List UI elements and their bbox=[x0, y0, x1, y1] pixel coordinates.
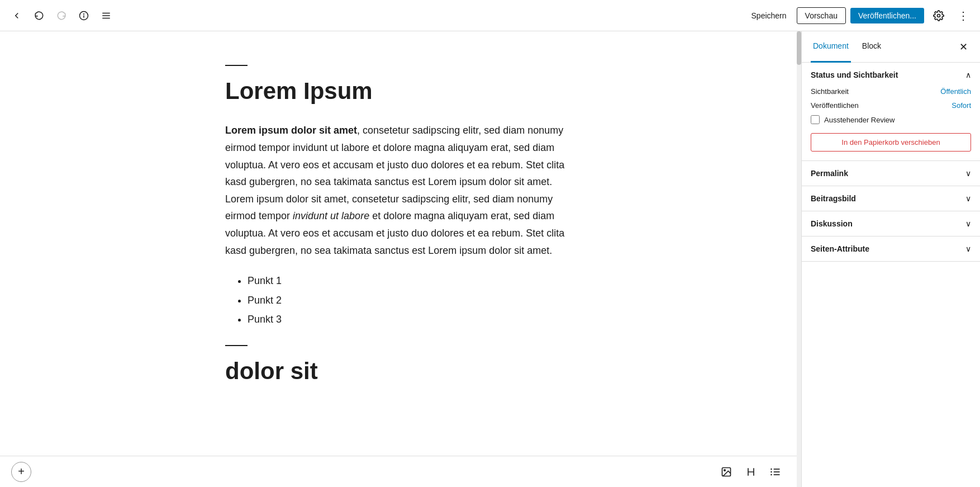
toolbar: Speichern Vorschau Veröffentlichen... ⋮ bbox=[0, 0, 980, 31]
section-status-header[interactable]: Status und Sichtbarkeit ∧ bbox=[802, 63, 980, 87]
section-status-body: Sichtbarkeit Öffentlich Veröffentlichen … bbox=[802, 87, 980, 160]
section-seiten-attribute: Seiten-Attribute ∨ bbox=[802, 237, 980, 262]
section-seiten-attribute-title: Seiten-Attribute bbox=[811, 244, 869, 253]
pending-review-row: Ausstehender Review bbox=[811, 115, 971, 124]
section-diskussion: Diskussion ∨ bbox=[802, 211, 980, 237]
toolbar-right: Speichern Vorschau Veröffentlichen... ⋮ bbox=[746, 6, 973, 26]
section-permalink-title: Permalink bbox=[811, 169, 848, 178]
svg-point-6 bbox=[938, 14, 940, 17]
undo-button[interactable] bbox=[29, 6, 49, 26]
editor-content: Lorem Ipsum Lorem ipsum dolor sit amet, … bbox=[203, 65, 594, 385]
preview-button[interactable]: Vorschau bbox=[797, 7, 846, 24]
section-seiten-attribute-header[interactable]: Seiten-Attribute ∨ bbox=[802, 237, 980, 261]
add-block-button[interactable]: + bbox=[11, 462, 31, 482]
chevron-up-icon: ∧ bbox=[965, 70, 971, 79]
chevron-down-icon-4: ∨ bbox=[965, 244, 971, 253]
section-permalink: Permalink ∨ bbox=[802, 161, 980, 186]
list-block-button[interactable] bbox=[765, 462, 786, 482]
tab-block[interactable]: Block bbox=[860, 31, 883, 63]
back-button[interactable] bbox=[7, 6, 27, 26]
svg-point-8 bbox=[724, 469, 726, 471]
scroll-gutter[interactable] bbox=[797, 31, 801, 487]
save-button[interactable]: Speichern bbox=[746, 8, 792, 23]
section-diskussion-header[interactable]: Diskussion ∨ bbox=[802, 211, 980, 236]
post-list[interactable]: Punkt 1 Punkt 2 Punkt 3 bbox=[248, 272, 572, 328]
sidebar-tabs: Dokument Block ✕ bbox=[802, 31, 980, 63]
pending-review-label: Ausstehender Review bbox=[824, 116, 895, 124]
heading-block-button[interactable] bbox=[741, 462, 761, 482]
post-title[interactable]: Lorem Ipsum bbox=[225, 77, 572, 105]
bottom-bar: + bbox=[0, 456, 797, 487]
publish-button[interactable]: Veröffentlichen... bbox=[850, 8, 924, 23]
sidebar-close-button[interactable]: ✕ bbox=[955, 39, 971, 55]
settings-button[interactable] bbox=[929, 6, 949, 26]
section-diskussion-title: Diskussion bbox=[811, 219, 853, 228]
scroll-thumb bbox=[797, 31, 801, 65]
toolbar-left bbox=[7, 6, 744, 26]
section-beitragsbild-title: Beitragsbild bbox=[811, 194, 856, 203]
info-button[interactable] bbox=[74, 6, 94, 26]
sidebar: Dokument Block ✕ Status und Sichtbarkeit… bbox=[801, 31, 980, 487]
list-item[interactable]: Punkt 3 bbox=[248, 311, 572, 328]
section-status: Status und Sichtbarkeit ∧ Sichtbarkeit Ö… bbox=[802, 63, 980, 161]
veroeffentlichen-value[interactable]: Sofort bbox=[952, 101, 971, 110]
editor-area[interactable]: Lorem Ipsum Lorem ipsum dolor sit amet, … bbox=[0, 31, 797, 456]
separator-2 bbox=[225, 345, 248, 346]
list-view-button[interactable] bbox=[96, 6, 116, 26]
section-permalink-header[interactable]: Permalink ∨ bbox=[802, 161, 980, 186]
chevron-down-icon: ∨ bbox=[965, 169, 971, 178]
sichtbarkeit-row: Sichtbarkeit Öffentlich bbox=[811, 87, 971, 96]
pending-review-checkbox[interactable] bbox=[811, 115, 820, 124]
sichtbarkeit-label: Sichtbarkeit bbox=[811, 87, 849, 96]
list-item[interactable]: Punkt 2 bbox=[248, 292, 572, 309]
section-beitragsbild-header[interactable]: Beitragsbild ∨ bbox=[802, 186, 980, 211]
section-beitragsbild: Beitragsbild ∨ bbox=[802, 186, 980, 211]
editor-wrapper: Lorem Ipsum Lorem ipsum dolor sit amet, … bbox=[0, 31, 797, 487]
main-area: Lorem Ipsum Lorem ipsum dolor sit amet, … bbox=[0, 31, 980, 487]
redo-button[interactable] bbox=[51, 6, 72, 26]
image-block-button[interactable] bbox=[716, 462, 736, 482]
more-options-button[interactable]: ⋮ bbox=[953, 6, 973, 26]
post-body-1[interactable]: Lorem ipsum dolor sit amet, consetetur s… bbox=[225, 122, 572, 259]
separator-1 bbox=[225, 65, 248, 66]
veroeffentlichen-label: Veröffentlichen bbox=[811, 101, 859, 110]
post-title-2[interactable]: dolor sit bbox=[225, 357, 572, 385]
section-status-title: Status und Sichtbarkeit bbox=[811, 70, 898, 79]
veroeffentlichen-row: Veröffentlichen Sofort bbox=[811, 101, 971, 110]
list-item[interactable]: Punkt 1 bbox=[248, 272, 572, 290]
chevron-down-icon-3: ∨ bbox=[965, 219, 971, 228]
sichtbarkeit-value[interactable]: Öffentlich bbox=[940, 87, 971, 96]
tab-dokument[interactable]: Dokument bbox=[811, 31, 851, 63]
trash-button[interactable]: In den Papierkorb verschieben bbox=[811, 133, 971, 152]
chevron-down-icon-2: ∨ bbox=[965, 194, 971, 203]
bottom-right-icons bbox=[716, 462, 786, 482]
